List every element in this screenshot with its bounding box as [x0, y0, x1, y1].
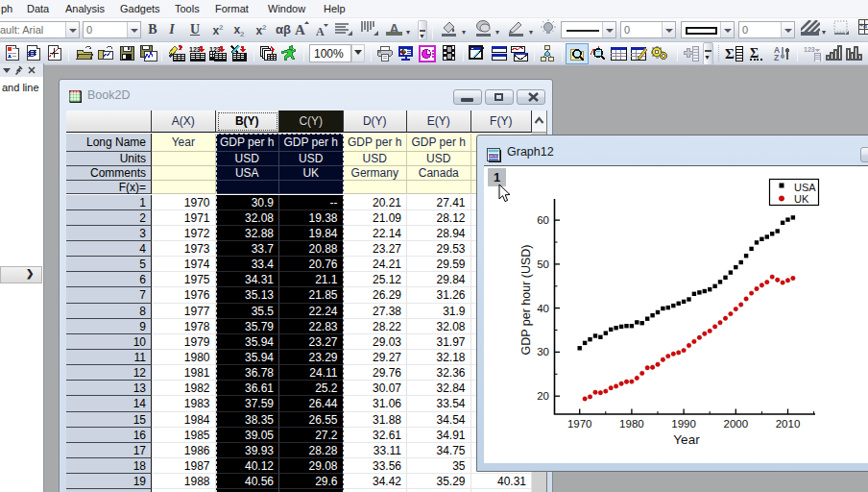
svg-text:60: 60 [537, 214, 549, 226]
svg-text:30: 30 [537, 346, 549, 357]
svg-text:A: A [295, 22, 305, 37]
svg-text:50: 50 [537, 258, 549, 270]
svg-text:40: 40 [537, 303, 549, 314]
svg-text:GDP per hour (USD): GDP per hour (USD) [519, 244, 533, 355]
svg-text:UK: UK [794, 193, 809, 205]
svg-text:A: A [316, 25, 325, 37]
svg-text:123: 123 [804, 46, 815, 53]
svg-text:Z: Z [774, 53, 779, 62]
svg-text:USA: USA [794, 182, 816, 193]
svg-text:Σ: Σ [750, 46, 759, 61]
svg-text:20: 20 [537, 390, 549, 402]
svg-text:2000: 2000 [724, 418, 749, 430]
svg-text:1990: 1990 [671, 418, 696, 430]
svg-text:1970: 1970 [567, 418, 592, 430]
svg-text:Σ: Σ [725, 46, 735, 62]
svg-text:2010: 2010 [776, 418, 801, 430]
svg-text:+a: +a [859, 22, 867, 29]
svg-text:1980: 1980 [619, 418, 644, 430]
svg-text:Year: Year [673, 432, 700, 447]
